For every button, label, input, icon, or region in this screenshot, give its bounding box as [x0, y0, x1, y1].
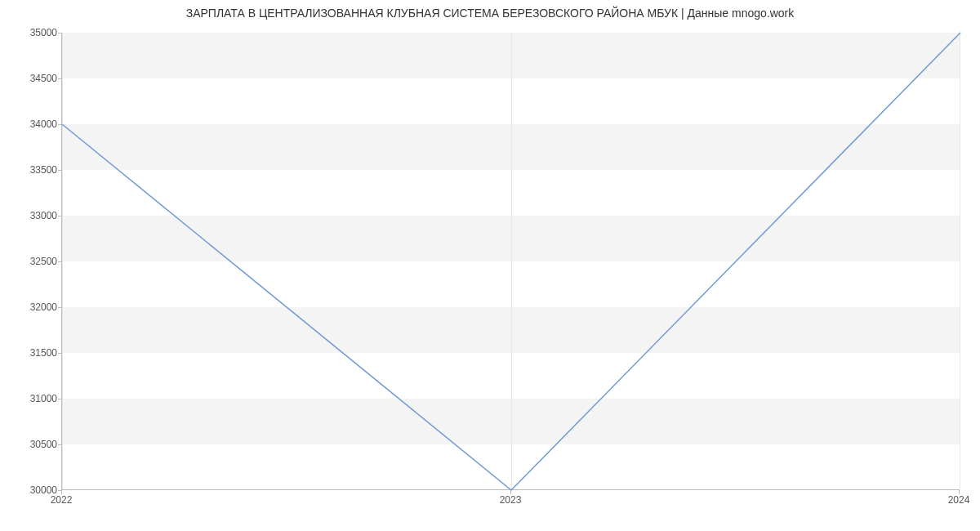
- y-tick-label: 31000: [16, 393, 57, 404]
- line-series: [62, 33, 960, 490]
- chart-area: 35000 34500 34000 33500 33000 32500 3200…: [61, 33, 960, 490]
- data-line: [62, 33, 960, 490]
- y-tick-label: 33000: [16, 210, 57, 221]
- y-tick-label: 32500: [16, 256, 57, 267]
- x-tick-label: 2022: [51, 494, 73, 506]
- y-tick-label: 34000: [16, 118, 57, 130]
- x-tick-label: 2023: [500, 494, 522, 506]
- plot-area: [61, 33, 960, 490]
- y-tick-label: 31500: [16, 347, 57, 359]
- x-tick-label: 2024: [948, 494, 970, 506]
- y-tick-label: 34500: [16, 73, 57, 84]
- y-tick-label: 32000: [16, 301, 57, 313]
- y-tick-label: 35000: [16, 27, 57, 38]
- y-tick-label: 33500: [16, 164, 57, 176]
- y-tick-label: 30500: [16, 439, 57, 450]
- chart-title: ЗАРПЛАТА В ЦЕНТРАЛИЗОВАННАЯ КЛУБНАЯ СИСТ…: [0, 0, 980, 23]
